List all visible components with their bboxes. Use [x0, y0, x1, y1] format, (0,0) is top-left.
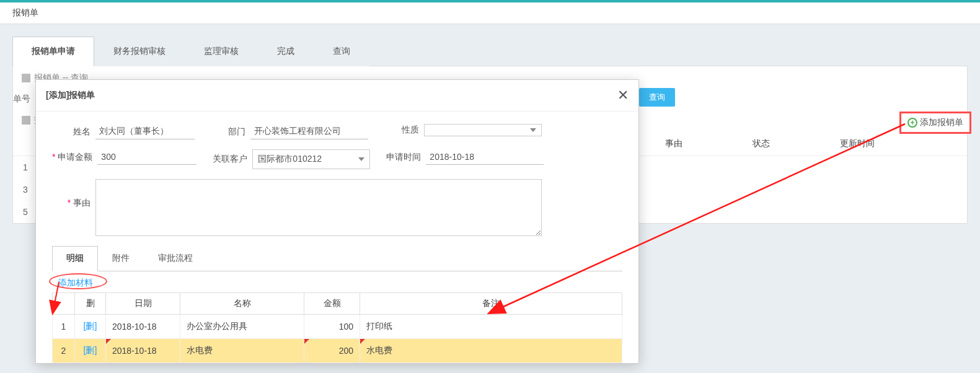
add-material-link[interactable]: 添加材料: [52, 271, 99, 292]
amount-label: 申请金额: [52, 152, 92, 163]
cell-name[interactable]: 水电费: [180, 339, 304, 363]
nature-label: 性质: [381, 125, 419, 136]
tab-apply[interactable]: 报销单申请: [12, 37, 94, 66]
cell-date[interactable]: 2018-10-18: [106, 315, 180, 339]
col-del: 删: [75, 293, 106, 315]
bg-col-updated: 更新时间: [832, 132, 967, 156]
col-name: 名称: [180, 293, 304, 315]
col-date: 日期: [106, 293, 180, 315]
bg-row-num: 5: [13, 201, 38, 223]
nature-select[interactable]: [424, 124, 542, 136]
chevron-down-icon: [530, 128, 536, 132]
amount-field[interactable]: [97, 149, 196, 165]
name-field[interactable]: [95, 124, 195, 139]
row-num: 1: [53, 315, 75, 339]
time-field[interactable]: [426, 149, 544, 165]
plus-circle-icon: +: [907, 118, 917, 128]
cell-remark[interactable]: 打印纸: [360, 315, 622, 339]
dept-field[interactable]: [250, 124, 368, 139]
tab-query[interactable]: 查询: [314, 37, 369, 66]
modal-title: [添加]报销单: [46, 90, 95, 101]
customer-value: 国际都市010212: [258, 154, 322, 165]
delete-link[interactable]: [删]: [75, 315, 106, 339]
cell-amount[interactable]: 100: [304, 315, 360, 339]
time-label: 申请时间: [382, 152, 421, 163]
bg-col-reason: 事由: [658, 132, 745, 156]
subtab-detail[interactable]: 明细: [52, 246, 98, 271]
cell-date[interactable]: 2018-10-18: [106, 339, 180, 363]
detail-grid: 删 日期 名称 金额 备注 1[删]2018-10-18办公室办公用具100打印…: [52, 292, 622, 363]
cell-name[interactable]: 办公室办公用具: [180, 315, 304, 339]
tab-done[interactable]: 完成: [258, 37, 314, 66]
square-icon: [22, 74, 30, 82]
table-row[interactable]: 2[删]2018-10-18水电费200水电费: [53, 339, 622, 363]
name-label: 姓名: [52, 126, 90, 138]
add-reimburse-label: 添加报销单: [920, 117, 963, 128]
bg-row-num: 3: [13, 178, 38, 201]
square-icon: [22, 116, 30, 125]
col-remark: 备注: [360, 293, 622, 315]
main-tabs: 报销单申请 财务报销审核 监理审核 完成 查询: [12, 37, 968, 66]
bg-col-status: 状态: [745, 132, 832, 156]
col-amount: 金额: [304, 293, 360, 315]
tab-finance[interactable]: 财务报销审核: [94, 37, 185, 66]
filter-label: 单号: [13, 94, 30, 105]
dept-label: 部门: [207, 126, 245, 138]
bg-row-num: 1: [13, 156, 38, 179]
subtab-attach[interactable]: 附件: [98, 246, 144, 271]
customer-label: 关联客户: [209, 154, 247, 165]
cell-remark[interactable]: 水电费: [360, 339, 622, 363]
tab-supervise[interactable]: 监理审核: [185, 37, 258, 66]
close-icon[interactable]: ✕: [617, 87, 629, 103]
reason-label: 事由: [52, 198, 90, 209]
subtab-flow[interactable]: 审批流程: [144, 246, 207, 271]
add-reimburse-button[interactable]: + 添加报销单: [899, 112, 971, 134]
customer-select[interactable]: 国际都市010212: [252, 149, 370, 169]
cell-amount[interactable]: 200: [304, 339, 360, 363]
table-row[interactable]: 1[删]2018-10-18办公室办公用具100打印纸: [53, 315, 622, 339]
modal-subtabs: 明细 附件 审批流程: [52, 246, 622, 271]
delete-link[interactable]: [删]: [75, 339, 106, 363]
query-button[interactable]: 查询: [639, 88, 675, 107]
chevron-down-icon: [358, 157, 364, 161]
row-num: 2: [53, 339, 75, 363]
page-title: 报销单: [0, 2, 980, 24]
add-material-label: 添加材料: [58, 278, 93, 287]
add-reimburse-modal: [添加]报销单 ✕ 姓名 部门 性质 申请金额: [35, 79, 639, 364]
reason-textarea[interactable]: [95, 179, 542, 236]
